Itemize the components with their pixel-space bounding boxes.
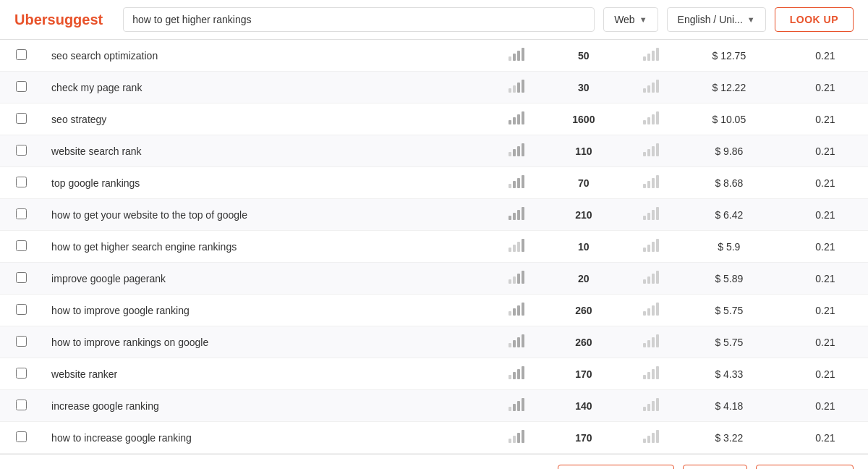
volume-cell: 30 <box>541 72 626 103</box>
chevron-down-icon: ▼ <box>639 15 647 24</box>
table-row: how to get higher search engine rankings… <box>0 231 868 263</box>
keyword-cell: website ranker <box>43 358 492 390</box>
table-row: increase google ranking140$ 4.180.21 <box>0 390 868 422</box>
keyword-cell: improve google pagerank <box>43 263 492 295</box>
volume-chart-icon <box>492 103 541 135</box>
competition-cell: 0.21 <box>783 295 868 326</box>
row-checkbox[interactable] <box>16 431 27 442</box>
export-csv-button[interactable]: EXPORT TO CSV <box>558 465 675 469</box>
row-checkbox[interactable] <box>16 145 27 156</box>
competition-cell: 0.21 <box>783 72 868 103</box>
cpc-chart-icon <box>626 103 676 135</box>
table-row: website search rank110$ 9.860.21 <box>0 135 868 167</box>
competition-cell: 0.21 <box>783 358 868 390</box>
cpc-chart-icon <box>626 167 676 199</box>
table-row: how to improve google ranking260$ 5.750.… <box>0 295 868 326</box>
header: Ubersuggest Web ▼ English / Uni... ▼ LOO… <box>0 0 868 40</box>
table-row: website ranker170$ 4.330.21 <box>0 358 868 390</box>
row-checkbox[interactable] <box>16 177 27 187</box>
table-row: seo search optimization50$ 12.750.21 <box>0 40 868 72</box>
keyword-cell: seo search optimization <box>43 40 492 72</box>
cpc-chart-icon <box>626 72 676 103</box>
cpc-cell: $ 5.75 <box>676 326 783 358</box>
volume-cell: 210 <box>541 199 626 231</box>
keyword-cell: website search rank <box>43 135 492 167</box>
cpc-cell: $ 3.22 <box>676 422 783 454</box>
lookup-button[interactable]: LOOK UP <box>775 7 854 32</box>
competition-cell: 0.21 <box>783 167 868 199</box>
table-row: seo strategy1600$ 10.050.21 <box>0 103 868 135</box>
keyword-cell: how to increase google ranking <box>43 422 492 454</box>
volume-cell: 110 <box>541 135 626 167</box>
results-table: seo search optimization50$ 12.750.21chec… <box>0 40 868 454</box>
row-checkbox[interactable] <box>16 304 27 315</box>
volume-cell: 20 <box>541 263 626 295</box>
cpc-cell: $ 10.05 <box>676 103 783 135</box>
table-row: top google rankings70$ 8.680.21 <box>0 167 868 199</box>
language-dropdown[interactable]: English / Uni... ▼ <box>667 7 766 32</box>
keyword-cell: how to improve rankings on google <box>43 326 492 358</box>
row-checkbox[interactable] <box>16 81 27 92</box>
volume-chart-icon <box>492 358 541 390</box>
cpc-chart-icon <box>626 390 676 422</box>
table-row: how to get your website to the top of go… <box>0 199 868 231</box>
keyword-cell: check my page rank <box>43 72 492 103</box>
volume-cell: 170 <box>541 358 626 390</box>
results-table-container: seo search optimization50$ 12.750.21chec… <box>0 40 868 454</box>
cpc-cell: $ 5.89 <box>676 263 783 295</box>
volume-cell: 260 <box>541 295 626 326</box>
cpc-chart-icon <box>626 135 676 167</box>
keyword-cell: seo strategy <box>43 103 492 135</box>
logo: Ubersuggest <box>14 12 103 28</box>
keyword-cell: increase google ranking <box>43 390 492 422</box>
volume-cell: 260 <box>541 326 626 358</box>
row-checkbox[interactable] <box>16 208 27 219</box>
cpc-cell: $ 6.42 <box>676 199 783 231</box>
row-checkbox[interactable] <box>16 368 27 379</box>
cpc-chart-icon <box>626 295 676 326</box>
keyword-cell: how to get your website to the top of go… <box>43 199 492 231</box>
cpc-cell: $ 4.18 <box>676 390 783 422</box>
bottom-bar: ‹ 2 3 4 5 › EXPORT TO CSV COPY SELECT AL… <box>0 454 868 469</box>
select-all-button[interactable]: SELECT ALL <box>756 465 854 469</box>
competition-cell: 0.21 <box>783 326 868 358</box>
competition-cell: 0.21 <box>783 199 868 231</box>
cpc-cell: $ 9.86 <box>676 135 783 167</box>
volume-chart-icon <box>492 326 541 358</box>
table-row: how to increase google ranking170$ 3.220… <box>0 422 868 454</box>
cpc-cell: $ 5.9 <box>676 231 783 263</box>
competition-cell: 0.21 <box>783 40 868 72</box>
cpc-chart-icon <box>626 199 676 231</box>
volume-chart-icon <box>492 135 541 167</box>
row-checkbox[interactable] <box>16 113 27 124</box>
copy-button[interactable]: COPY <box>683 465 747 469</box>
volume-chart-icon <box>492 231 541 263</box>
volume-chart-icon <box>492 167 541 199</box>
row-checkbox[interactable] <box>16 49 27 60</box>
keyword-cell: how to get higher search engine rankings <box>43 231 492 263</box>
volume-chart-icon <box>492 390 541 422</box>
competition-cell: 0.21 <box>783 231 868 263</box>
row-checkbox[interactable] <box>16 240 27 251</box>
cpc-chart-icon <box>626 358 676 390</box>
row-checkbox[interactable] <box>16 272 27 283</box>
competition-cell: 0.21 <box>783 263 868 295</box>
competition-cell: 0.21 <box>783 135 868 167</box>
search-input[interactable] <box>123 7 595 32</box>
chevron-down-icon: ▼ <box>747 15 755 24</box>
web-dropdown[interactable]: Web ▼ <box>603 7 658 32</box>
volume-cell: 50 <box>541 40 626 72</box>
volume-cell: 170 <box>541 422 626 454</box>
table-row: improve google pagerank20$ 5.890.21 <box>0 263 868 295</box>
action-buttons: EXPORT TO CSV COPY SELECT ALL <box>558 465 854 469</box>
table-row: how to improve rankings on google260$ 5.… <box>0 326 868 358</box>
row-checkbox[interactable] <box>16 400 27 410</box>
cpc-cell: $ 12.22 <box>676 72 783 103</box>
volume-cell: 10 <box>541 231 626 263</box>
volume-chart-icon <box>492 40 541 72</box>
volume-chart-icon <box>492 263 541 295</box>
cpc-chart-icon <box>626 263 676 295</box>
cpc-cell: $ 12.75 <box>676 40 783 72</box>
competition-cell: 0.21 <box>783 390 868 422</box>
row-checkbox[interactable] <box>16 336 27 347</box>
